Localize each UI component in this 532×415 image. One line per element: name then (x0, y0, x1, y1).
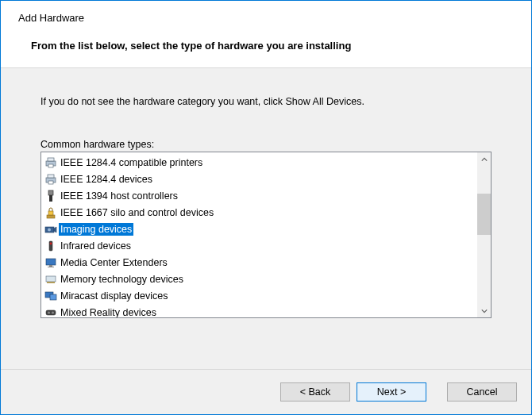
scroll-down-button[interactable] (477, 304, 491, 317)
svg-rect-17 (46, 276, 56, 282)
svg-rect-20 (46, 310, 56, 315)
list-item-label: IEEE 1284.4 compatible printers (59, 156, 204, 169)
window-title: Add Hardware (18, 12, 514, 24)
list-label: Common hardware types: (40, 139, 492, 150)
list-item-label: IEEE 1667 silo and control devices (59, 206, 215, 219)
svg-rect-6 (48, 190, 53, 195)
printer-icon (44, 156, 57, 169)
lock-icon (44, 206, 57, 219)
printer-icon (44, 173, 57, 186)
scroll-track[interactable] (477, 166, 491, 304)
mixed-icon (44, 306, 57, 318)
list-item[interactable]: Memory technology devices (43, 271, 476, 287)
firewire-icon (44, 190, 57, 202)
list-item[interactable]: Mixed Reality devices (43, 304, 476, 317)
display-icon (44, 290, 57, 302)
next-button[interactable]: Next > (357, 382, 426, 402)
svg-point-21 (48, 311, 50, 313)
svg-rect-16 (48, 267, 54, 267)
list-item[interactable]: IEEE 1284.4 devices (43, 171, 476, 187)
svg-rect-9 (48, 211, 53, 215)
list-item-label: IEEE 1394 host controllers (59, 190, 179, 202)
svg-rect-2 (48, 164, 53, 167)
list-item[interactable]: IEEE 1394 host controllers (43, 187, 476, 204)
infrared-icon (44, 240, 57, 252)
svg-rect-19 (50, 294, 56, 300)
list-item-label: Miracast display devices (59, 290, 169, 302)
cancel-button[interactable]: Cancel (447, 382, 517, 402)
list-item[interactable]: Infrared devices (43, 237, 476, 254)
svg-point-11 (48, 228, 51, 231)
svg-rect-1 (48, 158, 54, 161)
svg-rect-4 (48, 175, 54, 178)
list-item[interactable]: IEEE 1284.4 compatible printers (43, 154, 476, 171)
list-item-label: Memory technology devices (59, 273, 185, 286)
list-item[interactable]: IEEE 1667 silo and control devices (43, 204, 476, 221)
list-item[interactable]: Imaging devices (43, 221, 476, 237)
svg-rect-7 (49, 195, 52, 202)
header-instruction: From the list below, select the type of … (31, 40, 514, 52)
list-item-label: Infrared devices (59, 240, 133, 252)
camera-icon (44, 223, 57, 236)
svg-point-13 (50, 242, 52, 244)
list-item-label: IEEE 1284.4 devices (59, 173, 154, 186)
svg-point-22 (52, 311, 54, 313)
svg-rect-14 (46, 259, 56, 265)
scrollbar[interactable] (477, 152, 491, 317)
hint-text: If you do not see the hardware category … (40, 96, 492, 107)
back-button[interactable]: < Back (280, 382, 350, 402)
svg-rect-15 (49, 265, 52, 267)
list-item[interactable]: Media Center Extenders (43, 254, 476, 271)
monitor-icon (44, 256, 57, 269)
scroll-thumb[interactable] (477, 194, 491, 235)
hardware-listbox[interactable]: IEEE 1284.4 compatible printersIEEE 1284… (40, 152, 492, 318)
svg-rect-5 (48, 181, 53, 184)
list-item-label: Imaging devices (59, 223, 133, 236)
list-item-label: Mixed Reality devices (59, 306, 158, 318)
list-item[interactable]: Miracast display devices (43, 287, 476, 304)
memory-icon (44, 273, 57, 286)
scroll-up-button[interactable] (477, 152, 491, 166)
list-item-label: Media Center Extenders (59, 256, 169, 269)
svg-rect-8 (47, 215, 55, 218)
